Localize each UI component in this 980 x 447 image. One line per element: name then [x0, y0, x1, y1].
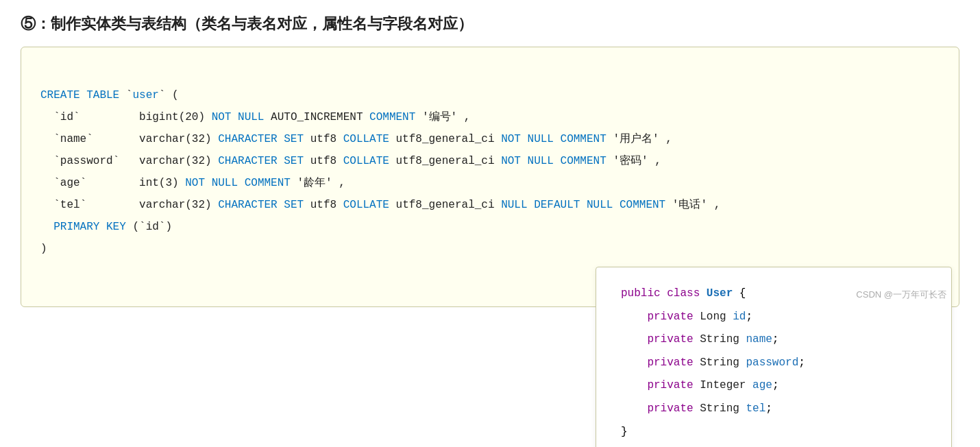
sql-block: CREATE TABLE `user` ( `id` bigint(20) NO…	[40, 62, 940, 260]
watermark: CSDN @一万年可长否	[856, 289, 946, 301]
page-title: ⑤：制作实体类与表结构（类名与表名对应，属性名与字段名对应）	[21, 14, 959, 34]
code-area: CREATE TABLE `user` ( `id` bigint(20) NO…	[21, 47, 959, 307]
